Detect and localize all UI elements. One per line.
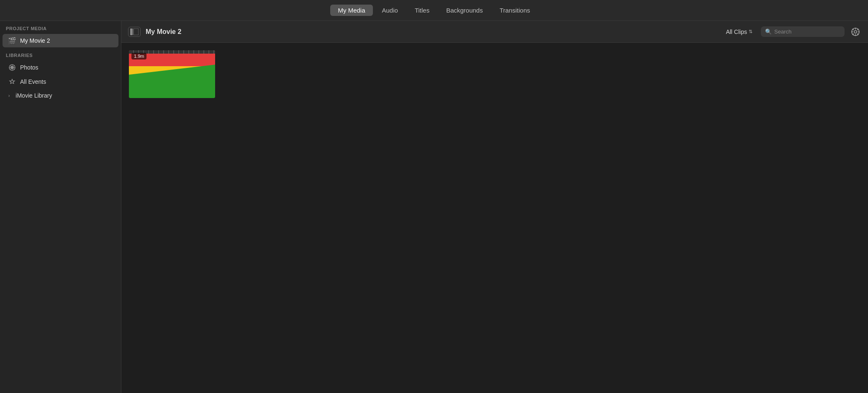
sidebar-item-all-events[interactable]: All Events <box>3 75 118 88</box>
svg-rect-7 <box>134 28 139 35</box>
tab-audio[interactable]: Audio <box>375 5 406 16</box>
up-down-arrows-icon: ⇅ <box>749 29 752 34</box>
all-clips-selector[interactable]: All Clips ⇅ <box>722 27 756 37</box>
search-input[interactable] <box>774 28 833 35</box>
settings-button[interactable] <box>850 26 861 38</box>
tab-backgrounds[interactable]: Backgrounds <box>439 5 490 16</box>
svg-rect-6 <box>130 28 133 35</box>
search-icon: 🔍 <box>765 28 772 35</box>
sidebar: PROJECT MEDIA 🎬 My Movie 2 LIBRARIES Pho… <box>0 21 121 393</box>
sidebar-item-my-movie-2[interactable]: 🎬 My Movie 2 <box>3 34 118 47</box>
main-area: PROJECT MEDIA 🎬 My Movie 2 LIBRARIES Pho… <box>0 21 868 393</box>
photos-icon <box>8 64 16 71</box>
content-area: My Movie 2 All Clips ⇅ 🔍 <box>121 21 868 393</box>
duration-badge: 1.9m <box>131 53 146 59</box>
svg-line-14 <box>853 29 853 30</box>
content-title: My Movie 2 <box>146 28 717 36</box>
tab-transitions[interactable]: Transitions <box>492 5 538 16</box>
all-clips-label: All Clips <box>726 28 747 35</box>
content-toolbar: My Movie 2 All Clips ⇅ 🔍 <box>121 21 868 43</box>
sidebar-item-label-photos: Photos <box>20 64 39 71</box>
sidebar-item-imovie-library[interactable]: › iMovie Library <box>3 89 118 102</box>
sidebar-item-photos[interactable]: Photos <box>3 61 118 74</box>
sidebar-item-label-imovie-library: iMovie Library <box>15 92 52 99</box>
svg-line-15 <box>858 34 858 34</box>
project-media-label: PROJECT MEDIA <box>0 21 121 34</box>
tab-titles[interactable]: Titles <box>407 5 437 16</box>
svg-point-9 <box>854 31 857 33</box>
sidebar-item-label-all-events: All Events <box>20 78 46 85</box>
svg-line-16 <box>858 29 858 30</box>
media-grid: 1.9m <box>121 43 868 393</box>
star-icon <box>8 78 16 85</box>
chevron-right-icon: › <box>8 93 10 98</box>
svg-line-17 <box>853 34 853 34</box>
video-clip-thumbnail: 1.9m <box>129 50 215 98</box>
sidebar-item-label: My Movie 2 <box>20 37 50 44</box>
libraries-label: LIBRARIES <box>0 48 121 60</box>
top-navigation: My Media Audio Titles Backgrounds Transi… <box>0 0 868 21</box>
tab-my-media[interactable]: My Media <box>330 5 372 16</box>
sidebar-toggle-button[interactable] <box>128 27 141 37</box>
film-icon: 🎬 <box>8 37 16 44</box>
video-clip-1[interactable]: 1.9m <box>128 49 216 99</box>
search-box[interactable]: 🔍 <box>761 26 845 37</box>
